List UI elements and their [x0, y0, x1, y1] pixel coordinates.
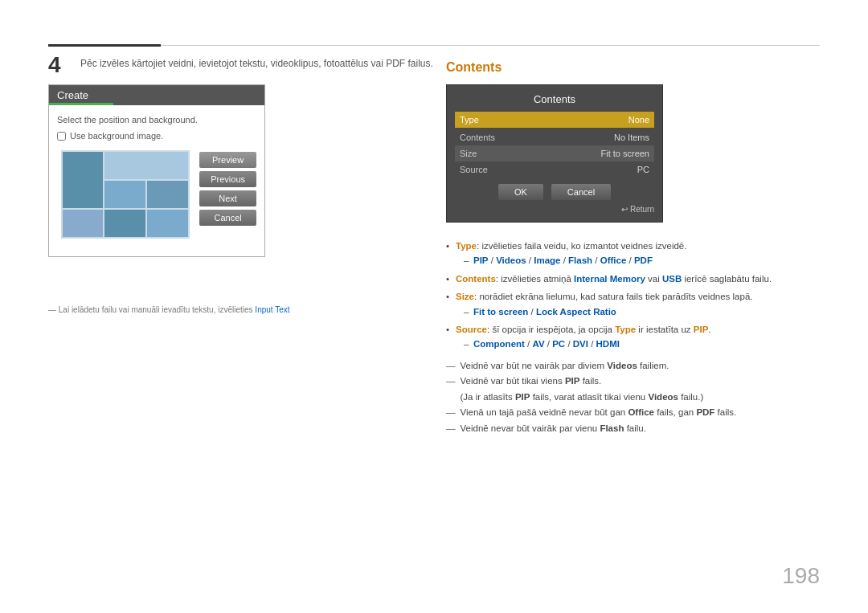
image-cell-sky	[104, 152, 187, 179]
contents-row-value: No Items	[614, 133, 649, 142]
create-panel-body: Select the position and background. Use …	[49, 105, 264, 256]
source-sub: Component / AV / PC / DVI / HDMI	[464, 337, 832, 351]
pip-bold-2: PIP	[565, 376, 580, 386]
office-bold-3: Office	[628, 407, 654, 417]
pc-link: PC	[552, 339, 565, 349]
dash-notes: — Veidnē var būt ne vairāk par diviem Vi…	[446, 358, 832, 437]
size-sub: Fit to screen / Lock Aspect Ratio	[464, 304, 832, 319]
step-number: 4	[48, 52, 61, 78]
progress-line	[161, 45, 820, 46]
contents-text3: ierīcē saglabātu failu.	[682, 274, 772, 284]
pip-ref: PIP	[694, 325, 709, 334]
videos-link: Videos	[496, 255, 526, 265]
contents-text: : izvēlieties atmiņā	[496, 274, 574, 284]
source-row-label: Source	[460, 165, 488, 174]
size-prefix: Size	[456, 292, 474, 301]
pip-bold-2b: PIP	[515, 392, 530, 402]
dialog-buttons: OK Cancel	[455, 184, 654, 200]
av-link: AV	[532, 339, 544, 349]
type-sub: PIP / Videos / Image / Flash / Office / …	[464, 253, 832, 268]
image-cell-3	[147, 181, 188, 208]
image-cell-4	[63, 210, 104, 237]
dash-note-4: — Veidnē nevar būt vairāk par vienu Flas…	[446, 421, 832, 437]
fit-to-screen-link: Fit to screen	[473, 307, 528, 317]
dash-note-2b: — (Ja ir atlasīts PIP fails, varat atlas…	[446, 390, 832, 406]
dialog-ok-button[interactable]: OK	[498, 184, 543, 200]
size-row-label: Size	[460, 149, 477, 158]
type-ref: Type	[615, 325, 636, 334]
dialog-source-row: Source PC	[455, 161, 654, 178]
internal-memory-link: Internal Memory	[574, 274, 645, 284]
pip-link: PIP	[473, 255, 489, 265]
size-row-value: Fit to screen	[600, 149, 649, 158]
bullet-contents: Contents: izvēlieties atmiņā Internal Me…	[446, 272, 832, 286]
image-link: Image	[534, 255, 560, 265]
lock-aspect-link: Lock Aspect Ratio	[536, 307, 616, 317]
preview-top-button[interactable]: Preview	[199, 152, 256, 168]
flash-bold-4: Flash	[600, 423, 624, 433]
cancel-button[interactable]: Cancel	[199, 210, 256, 226]
dialog-cancel-button[interactable]: Cancel	[551, 184, 611, 200]
create-panel-title: Create	[57, 89, 88, 101]
contents-prefix: Contents	[456, 274, 496, 284]
contents-dialog-title: Contents	[455, 93, 654, 105]
next-button[interactable]: Next	[199, 190, 256, 206]
dvi-link: DVI	[573, 339, 588, 349]
size-text: : norādiet ekrāna lielumu, kad satura fa…	[474, 292, 752, 301]
dash-note-1: — Veidnē var būt ne vairāk par diviem Vi…	[446, 358, 832, 374]
source-row-value: PC	[637, 165, 649, 174]
instruction-text: Pēc izvēles kārtojiet veidni, ievietojot…	[80, 58, 433, 69]
select-position-text: Select the position and background.	[57, 115, 256, 125]
videos-bold-2b: Videos	[648, 392, 678, 402]
dialog-type-row: Type None	[455, 112, 654, 128]
input-text-link[interactable]: Input Text	[255, 305, 289, 314]
note-text: — Lai ielādetu failu vai manuāli ievadīt…	[48, 305, 290, 314]
flash-link: Flash	[568, 255, 592, 265]
contents-text2: vai	[645, 274, 662, 284]
source-text3: .	[708, 325, 710, 334]
dash-note-2: — Veidnē var būt tikai viens PIP fails.	[446, 374, 832, 390]
bullet-source: Source: šī opcija ir iespējota, ja opcij…	[446, 322, 832, 352]
previous-button[interactable]: Previous	[199, 171, 256, 187]
image-cell-large	[63, 152, 104, 208]
source-prefix: Source	[456, 325, 487, 334]
usb-link: USB	[662, 274, 682, 284]
create-panel: Create Select the position and backgroun…	[48, 84, 265, 257]
page-number: 198	[782, 563, 820, 589]
component-link: Component	[473, 339, 525, 349]
pdf-link: PDF	[634, 255, 653, 265]
type-value: None	[628, 115, 649, 125]
contents-row-label: Contents	[460, 133, 495, 142]
background-image-label: Use background image.	[70, 131, 163, 141]
image-grid	[61, 150, 190, 239]
contents-dialog: Contents Type None Contents No Items Siz…	[446, 84, 663, 223]
type-label: Type	[460, 115, 479, 125]
hdmi-link: HDMI	[596, 339, 620, 349]
progress-filled	[48, 44, 161, 47]
image-cell-5	[104, 210, 145, 237]
contents-section-title: Contents	[446, 60, 832, 75]
bullet-size: Size: norādiet ekrāna lielumu, kad satur…	[446, 289, 832, 319]
bullet-type: Type: izvēlieties faila veidu, ko izmant…	[446, 239, 832, 268]
type-prefix: Type	[456, 241, 477, 251]
pdf-bold-3: PDF	[696, 407, 714, 417]
create-panel-header: Create	[49, 85, 264, 105]
dialog-contents-row: Contents No Items	[455, 129, 654, 145]
background-image-checkbox[interactable]	[57, 132, 66, 141]
videos-bold-1: Videos	[607, 361, 637, 370]
dialog-size-row: Size Fit to screen	[455, 145, 654, 161]
source-text2: ir iestatīta uz	[636, 325, 694, 334]
contents-section: Contents Contents Type None Contents No …	[446, 60, 832, 436]
office-link: Office	[600, 255, 627, 265]
dialog-return: ↩ Return	[455, 205, 654, 214]
source-text: : šī opcija ir iespējota, ja opcija	[487, 325, 615, 334]
image-cell-2	[104, 181, 145, 208]
type-text: : izvēlieties faila veidu, ko izmantot v…	[477, 241, 686, 251]
dash-note-3: — Vienā un tajā pašā veidnē nevar būt ga…	[446, 405, 832, 421]
progress-bar	[48, 44, 820, 46]
bullet-list: Type: izvēlieties faila veidu, ko izmant…	[446, 239, 832, 352]
background-image-row: Use background image.	[57, 131, 256, 141]
image-cell-6	[147, 210, 188, 237]
